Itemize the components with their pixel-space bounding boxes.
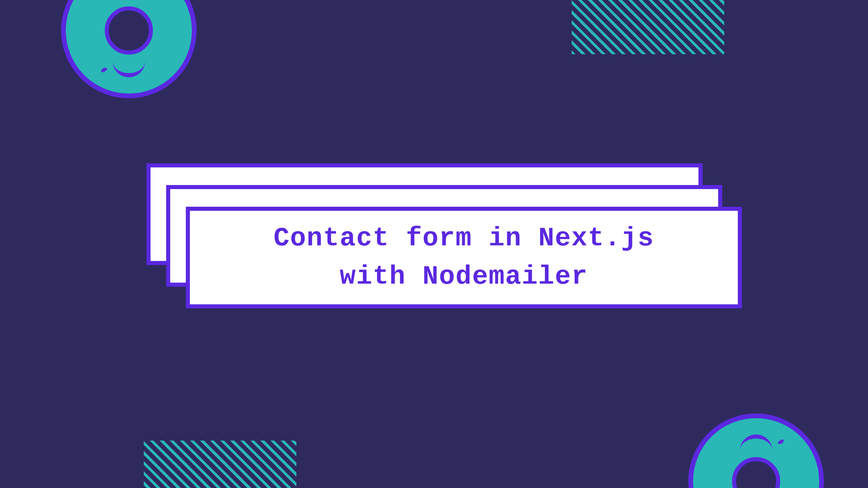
donut-hole [105, 6, 153, 54]
title-card-stack: Contact form in Next.js with Nodemailer [146, 163, 703, 265]
donut-icon-bottom-right [688, 413, 824, 488]
donut-highlight-dot [96, 60, 110, 74]
title-line-1: Contact form in Next.js [274, 223, 654, 253]
title-text: Contact form in Next.js with Nodemailer [274, 219, 654, 296]
donut-ring [61, 0, 197, 98]
donut-highlight [740, 434, 773, 451]
donut-hole [732, 457, 780, 488]
title-card-front: Contact form in Next.js with Nodemailer [186, 207, 742, 308]
striped-rectangle-top-right [572, 0, 724, 54]
donut-icon-top-left [61, 0, 197, 98]
striped-rectangle-bottom-left [144, 441, 296, 488]
title-line-2: with Nodemailer [340, 262, 588, 291]
donut-highlight-dot [776, 438, 790, 452]
donut-ring [688, 413, 824, 488]
donut-highlight [113, 61, 145, 77]
